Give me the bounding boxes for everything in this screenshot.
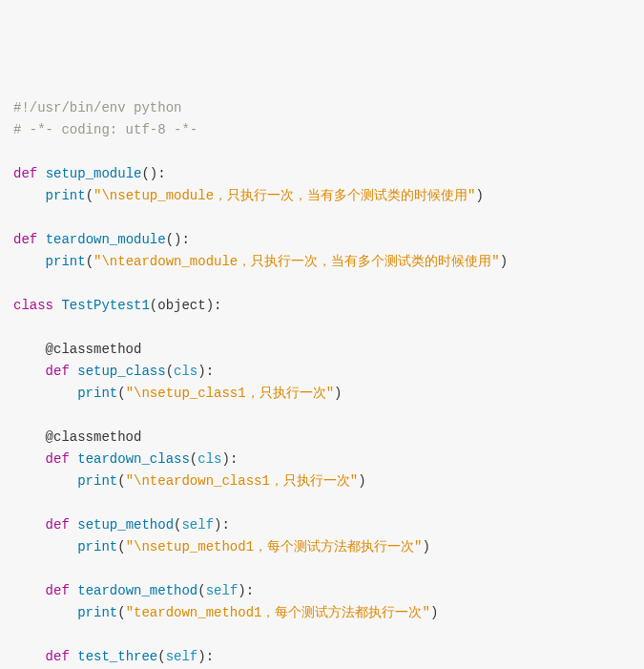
code-token: class [13,298,53,313]
code-line [13,624,631,646]
code-token: def [46,364,70,379]
code-block: #!/usr/bin/env python# -*- coding: utf-8… [13,97,631,669]
code-token: self [181,517,214,533]
code-token: def [46,451,70,467]
code-token: ( [117,605,125,620]
code-token: ) [150,166,157,181]
code-token: ( [197,583,205,598]
code-token: print [77,539,117,554]
code-token [70,451,77,467]
code-line: def test_three(self): [13,646,631,668]
code-line [13,492,631,514]
code-token: teardown_method [77,583,197,598]
code-token: setup_class [77,364,165,379]
code-token: @classmethod [46,342,142,357]
code-token [70,583,77,598]
code-line: print("\nsetup_class1，只执行一次") [13,383,631,405]
code-token: ) [221,451,229,467]
code-line [13,141,631,163]
code-line: print("\nteardown_module，只执行一次，当有多个测试类的时… [13,251,631,273]
code-token: teardown_class [77,451,190,467]
code-token [13,451,46,467]
code-line: # -*- coding: utf-8 -*- [13,119,631,141]
code-line [13,207,631,229]
code-token [13,342,46,357]
code-token: test_three [77,649,157,664]
code-token: teardown_module [46,232,166,247]
code-token: ) [197,364,205,379]
code-token: def [46,517,70,533]
code-token [70,364,77,379]
code-line: def teardown_class(cls): [13,449,631,470]
code-token: def [46,583,70,598]
code-token: : [206,649,214,664]
code-token: "\nsetup_class1，只执行一次" [126,386,334,401]
code-token: ) [422,539,429,554]
code-line [13,558,631,580]
code-line: print("teardown_method1，每个测试方法都执行一次") [13,602,631,624]
code-token [13,473,77,489]
code-token: ) [197,649,205,664]
code-token: ) [334,386,342,401]
code-token: TestPytest1 [61,298,149,313]
code-token: : [221,517,229,533]
code-token: ) [358,473,365,489]
code-token: "\nteardown_class1，只执行一次" [126,473,359,489]
code-line: #!/usr/bin/env python [13,97,631,119]
code-token: cls [174,364,197,379]
code-token: ( [190,451,197,467]
code-token: "\nsetup_module，只执行一次，当有多个测试类的时候使用" [93,188,475,203]
code-token: ( [86,254,93,269]
code-token: def [13,166,37,181]
code-token: ) [430,605,438,620]
code-token [13,429,46,445]
code-token: ( [150,298,157,313]
code-token: ( [117,473,125,489]
code-token: #!/usr/bin/env python [13,100,181,115]
code-token: : [246,583,254,598]
code-token: "teardown_method1，每个测试方法都执行一次" [126,605,430,620]
code-token: ( [157,649,165,664]
code-token: cls [197,451,221,467]
code-token [13,539,77,554]
code-token [70,649,77,664]
code-line: print("\nteardown_class1，只执行一次") [13,470,631,492]
code-token: : [181,232,189,247]
code-token: ) [206,298,214,313]
code-token: print [46,254,86,269]
code-token: : [230,451,238,467]
code-token [13,364,46,379]
code-line [13,273,631,295]
code-token: ( [86,188,93,203]
code-token [37,166,45,181]
code-token: : [157,166,165,181]
code-line [13,317,631,339]
code-token: ) [500,254,508,269]
code-line: class TestPytest1(object): [13,295,631,317]
code-line: def setup_method(self): [13,514,631,536]
code-token: object [157,298,205,313]
code-token: print [77,473,117,489]
code-token: ( [141,166,149,181]
code-token: ) [238,583,245,598]
code-token: setup_method [77,517,174,533]
code-token: ( [117,386,125,401]
code-token: print [46,188,86,203]
code-token: "\nteardown_module，只执行一次，当有多个测试类的时候使用" [93,254,500,269]
code-token: : [214,298,221,313]
code-token: ) [475,188,483,203]
code-token: self [166,649,198,664]
code-token [13,386,77,401]
code-token: self [206,583,239,598]
code-token: # -*- coding: utf-8 -*- [13,122,197,137]
code-token [13,254,46,269]
code-token: "\nsetup_method1，每个测试方法都执行一次" [126,539,423,554]
code-line: @classmethod [13,427,631,449]
code-token [13,605,77,620]
code-token: : [206,364,214,379]
code-line: def setup_module(): [13,163,631,185]
code-line: print("\nsetup_method1，每个测试方法都执行一次") [13,536,631,558]
code-token: ( [117,539,125,554]
code-token [13,649,46,664]
code-line: def teardown_module(): [13,229,631,251]
